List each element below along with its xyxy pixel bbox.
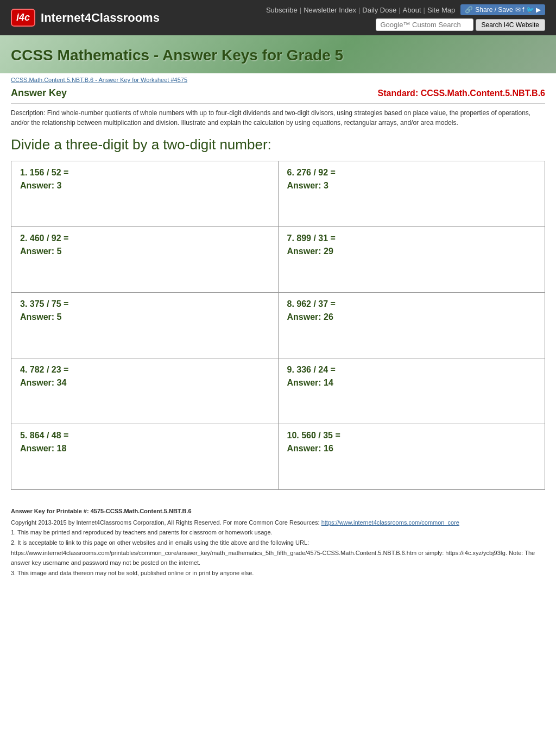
breadcrumb[interactable]: CCSS.Math.Content.5.NBT.B.6 - Answer Key… <box>11 73 545 85</box>
footer-copyright-link[interactable]: https://www.internet4classrooms.com/comm… <box>321 519 459 526</box>
page-banner: CCSS Mathematics - Answer Keys for Grade… <box>0 35 556 73</box>
problem-row-2: 2. 460 / 92 = Answer: 5 7. 899 / 31 = An… <box>11 227 545 293</box>
problem-answer-1: Answer: 3 <box>20 181 269 191</box>
footer-url: https://www.internet4classrooms.com/prin… <box>11 548 545 568</box>
problem-grid: 1. 156 / 52 = Answer: 3 6. 276 / 92 = An… <box>11 161 545 490</box>
problem-cell-4: 4. 782 / 23 = Answer: 34 <box>11 358 279 424</box>
nav-about[interactable]: About <box>403 6 421 14</box>
nav-sep1: | <box>300 6 301 14</box>
problem-answer-6: Answer: 3 <box>287 181 536 191</box>
problem-question-1: 1. 156 / 52 = <box>20 168 269 178</box>
footer-copyright: Copyright 2013-2015 by Internet4Classroo… <box>11 518 545 528</box>
problem-cell-6: 6. 276 / 92 = Answer: 3 <box>279 161 545 226</box>
search-area: Search I4C Website <box>376 18 546 31</box>
share-button[interactable]: 🔗 Share / Save ✉ f 🐦 ▶ <box>460 4 545 15</box>
answer-key-header: Answer Key Standard: CCSS.Math.Content.5… <box>11 85 545 103</box>
problem-question-9: 9. 336 / 24 = <box>287 365 536 375</box>
footer-note1: 1. This may be printed and reproduced by… <box>11 527 545 538</box>
site-name: Internet4Classrooms <box>41 11 160 25</box>
problem-cell-9: 9. 336 / 24 = Answer: 14 <box>279 358 545 424</box>
problem-answer-10: Answer: 16 <box>287 444 536 453</box>
problem-question-6: 6. 276 / 92 = <box>287 168 536 178</box>
main-content: CCSS.Math.Content.5.NBT.B.6 - Answer Key… <box>0 73 556 501</box>
footer: Answer Key for Printable #: 4575-CCSS.Ma… <box>0 501 556 589</box>
problem-question-10: 10. 560 / 35 = <box>287 431 536 440</box>
problem-cell-1: 1. 156 / 52 = Answer: 3 <box>11 161 279 226</box>
nav-sep3: | <box>399 6 400 14</box>
search-input[interactable] <box>376 18 473 31</box>
problem-answer-3: Answer: 5 <box>20 312 269 322</box>
page-title: CCSS Mathematics - Answer Keys for Grade… <box>11 47 343 64</box>
problem-answer-2: Answer: 5 <box>20 247 269 256</box>
footer-note3: 3. This image and data thereon may not b… <box>11 568 545 578</box>
problem-row-5: 5. 864 / 48 = Answer: 18 10. 560 / 35 = … <box>11 424 545 489</box>
problem-answer-7: Answer: 29 <box>287 247 536 256</box>
problem-question-5: 5. 864 / 48 = <box>20 431 269 440</box>
description-text: Description: Find whole-number quotients… <box>11 103 545 128</box>
footer-note2: 2. It is acceptable to link to this page… <box>11 538 545 548</box>
problem-answer-5: Answer: 18 <box>20 444 269 453</box>
nav-daily-dose[interactable]: Daily Dose <box>362 6 396 14</box>
nav-newsletter[interactable]: Newsletter Index <box>304 6 356 14</box>
share-icons: ✉ f 🐦 ▶ <box>515 6 541 14</box>
problem-question-2: 2. 460 / 92 = <box>20 234 269 243</box>
problem-cell-7: 7. 899 / 31 = Answer: 29 <box>279 227 545 292</box>
logo-icon: i4c <box>11 9 35 27</box>
section-title: Divide a three-digit by a two-digit numb… <box>11 136 545 153</box>
nav-links: Subscribe | Newsletter Index | Daily Dos… <box>266 6 455 14</box>
problem-row-3: 3. 375 / 75 = Answer: 5 8. 962 / 37 = An… <box>11 293 545 358</box>
logo-area: i4c Internet4Classrooms <box>11 9 160 27</box>
problem-cell-10: 10. 560 / 35 = Answer: 16 <box>279 424 545 489</box>
answer-key-label: Answer Key <box>11 87 67 99</box>
nav-sep2: | <box>358 6 360 14</box>
problem-question-4: 4. 782 / 23 = <box>20 365 269 375</box>
problem-question-8: 8. 962 / 37 = <box>287 299 536 309</box>
nav-subscribe[interactable]: Subscribe <box>266 6 298 14</box>
problem-question-7: 7. 899 / 31 = <box>287 234 536 243</box>
nav-sitemap[interactable]: Site Map <box>427 6 455 14</box>
share-label: Share / Save <box>475 6 513 14</box>
problem-answer-9: Answer: 14 <box>287 378 536 388</box>
standard-label: Standard: CCSS.Math.Content.5.NBT.B.6 <box>378 89 545 98</box>
footer-printable-ref: Answer Key for Printable #: 4575-CCSS.Ma… <box>11 506 545 516</box>
problem-cell-8: 8. 962 / 37 = Answer: 26 <box>279 293 545 358</box>
problem-row-4: 4. 782 / 23 = Answer: 34 9. 336 / 24 = A… <box>11 358 545 424</box>
problem-row-1: 1. 156 / 52 = Answer: 3 6. 276 / 92 = An… <box>11 161 545 227</box>
site-header: i4c Internet4Classrooms Subscribe | News… <box>0 0 556 35</box>
problem-question-3: 3. 375 / 75 = <box>20 299 269 309</box>
share-icon: 🔗 <box>465 6 473 14</box>
nav-area: Subscribe | Newsletter Index | Daily Dos… <box>266 4 545 31</box>
problem-cell-2: 2. 460 / 92 = Answer: 5 <box>11 227 279 292</box>
problem-cell-5: 5. 864 / 48 = Answer: 18 <box>11 424 279 489</box>
nav-sep4: | <box>424 6 425 14</box>
problem-cell-3: 3. 375 / 75 = Answer: 5 <box>11 293 279 358</box>
problem-answer-4: Answer: 34 <box>20 378 269 388</box>
search-button[interactable]: Search I4C Website <box>476 19 546 31</box>
problem-answer-8: Answer: 26 <box>287 312 536 322</box>
